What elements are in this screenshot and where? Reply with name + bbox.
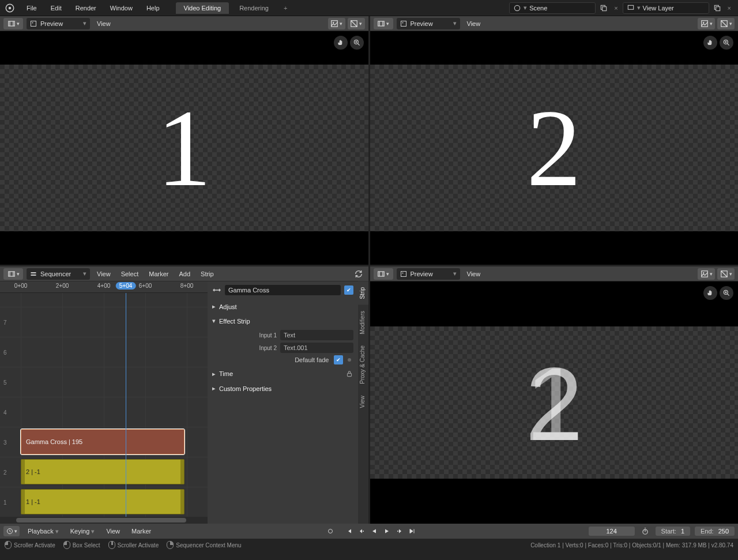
playhead-frame-badge[interactable]: 5+04 — [116, 282, 136, 290]
menu-render[interactable]: Render — [70, 2, 102, 14]
preview-menu-view[interactable]: View — [464, 18, 484, 29]
side-tab-view[interactable]: View — [358, 390, 368, 414]
lock-icon[interactable] — [345, 370, 353, 378]
pan-button[interactable] — [703, 286, 717, 300]
scene-selector[interactable]: ▾ Scene — [509, 2, 596, 14]
editor-type-button[interactable]: ▾ — [374, 18, 393, 29]
timeline-ruler[interactable]: 0+00 2+00 4+00 5+04 6+00 8+00 — [0, 281, 208, 293]
channel-label: 4 — [3, 409, 7, 415]
strip-label: Gamma Cross | 195 — [26, 438, 82, 445]
viewlayer-new-button[interactable] — [711, 2, 723, 14]
display-mode-label: Preview — [411, 20, 433, 27]
svg-rect-9 — [31, 21, 36, 26]
seq-menu-add[interactable]: Add — [175, 268, 194, 280]
svg-rect-25 — [347, 373, 351, 376]
overlay-button[interactable]: ▾ — [717, 18, 735, 29]
strip-text-1[interactable]: 1 | -1 — [21, 489, 184, 514]
workspace-tab-video-editing[interactable]: Video Editing — [176, 2, 229, 14]
strip-gamma-cross[interactable]: Gamma Cross | 195 — [21, 429, 184, 454]
use-preview-range-button[interactable] — [639, 526, 651, 536]
playback-view-menu[interactable]: View — [103, 525, 123, 537]
side-tab-proxy[interactable]: Proxy & Cache — [358, 340, 368, 390]
channels-button[interactable]: ▾ — [698, 18, 715, 29]
timeline-editor-type-button[interactable]: ▾ — [3, 526, 20, 536]
seq-menu-view[interactable]: View — [93, 268, 114, 280]
status-hint-left-click: Scroller Activate — [5, 541, 55, 549]
keyframe-prev-button[interactable] — [356, 526, 367, 536]
playback-menu[interactable]: Playback ▾ — [24, 525, 62, 538]
current-frame-field[interactable]: 124 — [589, 527, 635, 536]
status-stats: Collection 1 | Verts:0 | Faces:0 | Tris:… — [530, 542, 733, 548]
display-mode-dropdown[interactable]: Preview ▾ — [397, 268, 460, 280]
menu-edit[interactable]: Edit — [45, 2, 67, 14]
jump-start-button[interactable] — [343, 526, 355, 536]
seq-menu-strip[interactable]: Strip — [197, 268, 217, 280]
channels-button[interactable]: ▾ — [698, 268, 715, 280]
seq-menu-marker[interactable]: Marker — [145, 268, 172, 280]
display-mode-dropdown[interactable]: Sequencer ▾ — [27, 268, 90, 280]
workspace-add-button[interactable]: + — [279, 2, 292, 14]
start-frame-field[interactable]: Start:1 — [656, 527, 690, 536]
menu-help[interactable]: Help — [141, 2, 165, 14]
timeline-tracks[interactable]: 1 2 3 4 5 6 7 1 | -1 2 | -1 — [0, 293, 208, 517]
svg-point-2 — [514, 5, 519, 10]
svg-point-12 — [333, 22, 334, 23]
side-tab-strip[interactable]: Strip — [358, 281, 368, 305]
panel-time-header[interactable]: ▸Time — [212, 368, 353, 379]
menu-file[interactable]: File — [21, 2, 43, 14]
viewlayer-unlink-button[interactable]: × — [725, 5, 733, 12]
zoom-button[interactable] — [720, 36, 733, 50]
overlay-button[interactable]: ▾ — [717, 268, 735, 280]
strip-name-field[interactable]: Gamma Cross — [225, 285, 341, 295]
default-fade-checkbox[interactable]: ✔ — [334, 355, 343, 364]
seq-menu-select[interactable]: Select — [118, 268, 142, 280]
workspace-tab-rendering[interactable]: Rendering — [231, 2, 277, 14]
keying-menu[interactable]: Keying ▾ — [67, 525, 99, 538]
editor-type-button[interactable]: ▾ — [3, 18, 23, 29]
viewlayer-selector[interactable]: ▾ View Layer — [623, 2, 709, 14]
playback-marker-menu[interactable]: Marker — [128, 525, 155, 537]
zoom-button[interactable] — [350, 36, 364, 50]
overlay-button[interactable]: ▾ — [348, 18, 365, 29]
panel-custom-header[interactable]: ▸Custom Properties — [212, 383, 353, 394]
play-reverse-button[interactable] — [368, 526, 380, 536]
preview-canvas-right[interactable]: 2 — [370, 31, 739, 265]
svg-rect-22 — [8, 271, 14, 276]
editor-type-button[interactable]: ▾ — [374, 268, 393, 280]
strip-text-2[interactable]: 2 | -1 — [21, 459, 184, 484]
menu-window[interactable]: Window — [104, 2, 138, 14]
end-frame-field[interactable]: End:250 — [695, 527, 735, 536]
strip-mute-checkbox[interactable]: ✔ — [344, 285, 353, 295]
play-button[interactable] — [381, 526, 393, 536]
editor-type-button[interactable]: ▾ — [3, 268, 23, 280]
preview-canvas-left[interactable]: 1 — [0, 31, 368, 265]
side-tab-modifiers[interactable]: Modifiers — [358, 305, 368, 340]
refresh-button[interactable] — [352, 268, 365, 280]
timeline-scrollbar[interactable] — [0, 517, 208, 524]
default-fade-label: Default fade — [295, 356, 329, 363]
panel-adjust-header[interactable]: ▸Adjust — [212, 301, 353, 312]
svg-point-36 — [329, 529, 333, 533]
jump-end-button[interactable] — [406, 526, 418, 536]
input2-field[interactable]: Text.001 — [280, 343, 353, 353]
input1-field[interactable]: Text — [280, 330, 353, 340]
preview-menu-view[interactable]: View — [464, 268, 484, 280]
display-mode-dropdown[interactable]: Preview ▾ — [27, 18, 90, 29]
pan-button[interactable] — [334, 36, 348, 50]
keyframe-next-button[interactable] — [394, 526, 405, 536]
panel-effect-header[interactable]: ▾Effect Strip — [212, 315, 353, 326]
pan-button[interactable] — [703, 36, 717, 50]
scene-unlink-button[interactable]: × — [612, 5, 620, 12]
preview-canvas-mixed[interactable]: 1 2 — [370, 281, 739, 524]
playhead-line[interactable] — [126, 293, 126, 517]
sequencer-icon — [377, 270, 385, 278]
preview-menu-view[interactable]: View — [93, 18, 114, 29]
scene-new-button[interactable] — [598, 2, 609, 14]
channels-button[interactable]: ▾ — [328, 18, 345, 29]
strip-direction-icon[interactable] — [212, 285, 221, 295]
display-mode-dropdown[interactable]: Preview ▾ — [397, 18, 460, 29]
auto-keying-button[interactable] — [325, 526, 336, 536]
zoom-button[interactable] — [720, 286, 733, 300]
status-hint-right-click: Sequencer Context Menu — [167, 541, 241, 549]
keyframe-dot-icon[interactable] — [348, 358, 351, 362]
